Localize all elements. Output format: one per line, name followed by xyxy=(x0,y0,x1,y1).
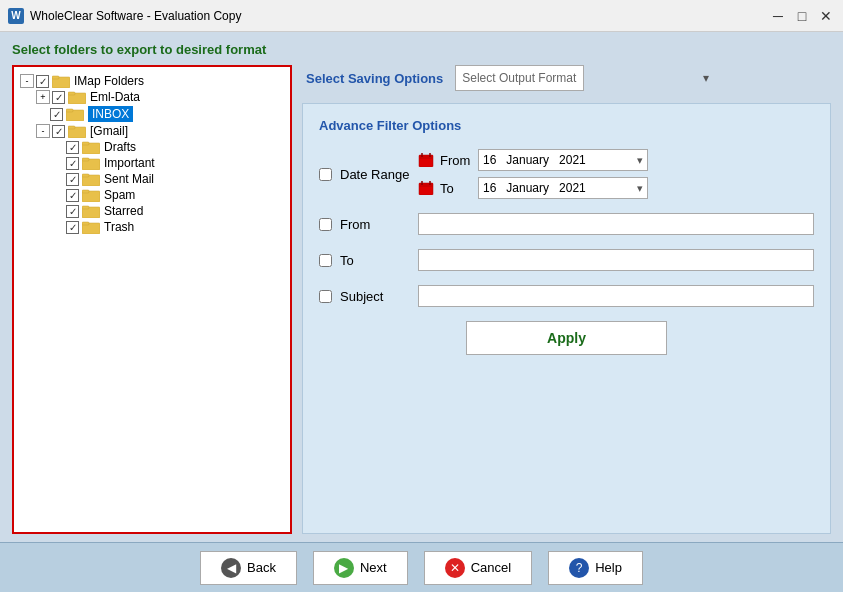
maximize-button[interactable]: □ xyxy=(793,7,811,25)
tree-checkbox-imap[interactable] xyxy=(36,75,49,88)
tree-checkbox-trash[interactable] xyxy=(66,221,79,234)
svg-rect-1 xyxy=(52,76,59,79)
right-panel: Select Saving Options Select Output Form… xyxy=(302,65,831,534)
tree-label-important: Important xyxy=(104,156,155,170)
tree-item-eml[interactable]: + Eml-Data xyxy=(36,89,284,105)
apply-row: Apply xyxy=(319,321,814,355)
main-area: - IMap Folders + Eml-Data xyxy=(12,65,831,534)
svg-rect-13 xyxy=(82,174,89,177)
help-label: Help xyxy=(595,560,622,575)
svg-rect-25 xyxy=(419,183,433,187)
select-wrapper: Select Output Format PST MSG EML MBOX PD… xyxy=(455,65,715,91)
date-to-icon xyxy=(418,181,434,195)
folder-icon-trash xyxy=(82,220,100,234)
tree-label-starred: Starred xyxy=(104,204,143,218)
tree-item-important[interactable]: Important xyxy=(52,155,284,171)
subject-input[interactable] xyxy=(418,285,814,307)
close-button[interactable]: ✕ xyxy=(817,7,835,25)
tree-checkbox-eml[interactable] xyxy=(52,91,65,104)
date-to-row: To 16 January 2021 ▾ xyxy=(418,177,814,199)
date-to-input[interactable]: 16 January 2021 ▾ xyxy=(478,177,648,199)
tree-label-sentmail: Sent Mail xyxy=(104,172,154,186)
minimize-button[interactable]: ─ xyxy=(769,7,787,25)
apply-button[interactable]: Apply xyxy=(466,321,667,355)
title-bar-text: WholeClear Software - Evaluation Copy xyxy=(30,9,769,23)
tree-item-sentmail[interactable]: Sent Mail xyxy=(52,171,284,187)
tree-item-spam[interactable]: Spam xyxy=(52,187,284,203)
tree-item-inbox[interactable]: INBOX xyxy=(36,105,284,123)
help-button[interactable]: ? Help xyxy=(548,551,643,585)
tree-checkbox-drafts[interactable] xyxy=(66,141,79,154)
app-icon: W xyxy=(8,8,24,24)
tree-toggle-eml[interactable]: + xyxy=(36,90,50,104)
next-button[interactable]: ▶ Next xyxy=(313,551,408,585)
folder-tree-panel: - IMap Folders + Eml-Data xyxy=(12,65,292,534)
date-to-label: To xyxy=(440,181,472,196)
tree-label-drafts: Drafts xyxy=(104,140,136,154)
to-input[interactable] xyxy=(418,249,814,271)
from-label: From xyxy=(340,217,410,232)
tree-toggle-imap[interactable]: - xyxy=(20,74,34,88)
date-from-calendar-button[interactable]: ▾ xyxy=(637,154,643,167)
help-icon: ? xyxy=(569,558,589,578)
from-input[interactable] xyxy=(418,213,814,235)
svg-rect-17 xyxy=(82,206,89,209)
bottom-bar: ◀ Back ▶ Next ✕ Cancel ? Help xyxy=(0,542,843,592)
tree-checkbox-inbox[interactable] xyxy=(50,108,63,121)
back-button[interactable]: ◀ Back xyxy=(200,551,297,585)
cancel-button[interactable]: ✕ Cancel xyxy=(424,551,532,585)
folder-icon-drafts xyxy=(82,140,100,154)
cancel-icon: ✕ xyxy=(445,558,465,578)
date-from-label: From xyxy=(440,153,472,168)
svg-rect-3 xyxy=(68,92,75,95)
title-bar-controls: ─ □ ✕ xyxy=(769,7,835,25)
subject-checkbox[interactable] xyxy=(319,290,332,303)
save-options-label: Select Saving Options xyxy=(306,71,443,86)
subject-row: Subject xyxy=(319,285,814,307)
svg-rect-5 xyxy=(66,109,73,112)
date-to-calendar-button[interactable]: ▾ xyxy=(637,182,643,195)
svg-rect-21 xyxy=(419,155,433,159)
svg-rect-7 xyxy=(68,126,75,129)
tree-label-eml: Eml-Data xyxy=(90,90,140,104)
folder-icon-starred xyxy=(82,204,100,218)
folder-icon-important xyxy=(82,156,100,170)
folder-icon-gmail xyxy=(68,124,86,138)
tree-item-drafts[interactable]: Drafts xyxy=(52,139,284,155)
back-icon: ◀ xyxy=(221,558,241,578)
date-from-icon xyxy=(418,153,434,167)
date-range-checkbox[interactable] xyxy=(319,168,332,181)
tree-checkbox-gmail[interactable] xyxy=(52,125,65,138)
date-range-row: Date Range xyxy=(319,149,814,199)
save-options-row: Select Saving Options Select Output Form… xyxy=(302,65,831,91)
tree-item-imap[interactable]: - IMap Folders xyxy=(20,73,284,89)
subject-label: Subject xyxy=(340,289,410,304)
tree-item-trash[interactable]: Trash xyxy=(52,219,284,235)
tree-toggle-gmail[interactable]: - xyxy=(36,124,50,138)
tree-checkbox-sentmail[interactable] xyxy=(66,173,79,186)
save-options-select[interactable]: Select Output Format PST MSG EML MBOX PD… xyxy=(455,65,584,91)
app-content: Select folders to export to desired form… xyxy=(0,32,843,542)
tree-item-starred[interactable]: Starred xyxy=(52,203,284,219)
tree-checkbox-spam[interactable] xyxy=(66,189,79,202)
tree-label-spam: Spam xyxy=(104,188,135,202)
date-from-input[interactable]: 16 January 2021 ▾ xyxy=(478,149,648,171)
date-to-value: 16 January 2021 xyxy=(483,181,633,195)
filter-section: Advance Filter Options Date Range xyxy=(302,103,831,534)
tree-label-gmail: [Gmail] xyxy=(90,124,128,138)
folder-icon-imap xyxy=(52,74,70,88)
tree-label-trash: Trash xyxy=(104,220,134,234)
from-checkbox[interactable] xyxy=(319,218,332,231)
tree-label-inbox: INBOX xyxy=(88,106,133,122)
tree-item-gmail[interactable]: - [Gmail] xyxy=(36,123,284,139)
cancel-label: Cancel xyxy=(471,560,511,575)
next-label: Next xyxy=(360,560,387,575)
date-range-block: From 16 January 2021 ▾ xyxy=(418,149,814,199)
tree-checkbox-starred[interactable] xyxy=(66,205,79,218)
from-row: From xyxy=(319,213,814,235)
tree-checkbox-important[interactable] xyxy=(66,157,79,170)
date-from-row: From 16 January 2021 ▾ xyxy=(418,149,814,171)
folder-icon-inbox xyxy=(66,107,84,121)
to-checkbox[interactable] xyxy=(319,254,332,267)
svg-rect-9 xyxy=(82,142,89,145)
